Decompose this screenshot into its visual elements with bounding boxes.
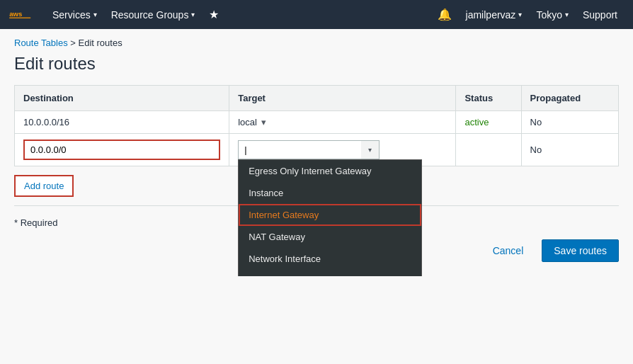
breadcrumb-parent-link[interactable]: Route Tables — [14, 38, 68, 48]
top-navigation: aws Services ▾ Resource Groups ▾ ★ 🔔 jam… — [0, 0, 633, 29]
destination-input[interactable] — [23, 140, 220, 160]
main-content: Destination Target Status Propagated 10.… — [0, 85, 633, 276]
dropdown-item-egress-only[interactable]: Egress Only Internet Gateway — [239, 160, 421, 182]
services-chevron-icon: ▾ — [93, 11, 97, 18]
cell-target: local ▾ — [229, 111, 456, 134]
target-input[interactable] — [238, 140, 380, 159]
edit-destination-cell — [15, 134, 229, 166]
col-header-status: Status — [456, 86, 521, 111]
support-menu[interactable]: Support — [576, 0, 625, 29]
edit-status-cell — [456, 134, 521, 166]
table-row: 10.0.0.0/16 local ▾ active No — [15, 111, 619, 134]
svg-text:aws: aws — [9, 9, 22, 17]
col-header-target: Target — [229, 86, 456, 111]
breadcrumb-separator: > — [70, 38, 76, 48]
support-label: Support — [583, 9, 617, 21]
routes-table: Destination Target Status Propagated 10.… — [14, 85, 619, 166]
dropdown-item-network-interface[interactable]: Network Interface — [239, 248, 421, 270]
target-dropdown-menu: Egress Only Internet Gateway Instance In… — [238, 159, 422, 276]
status-badge: active — [464, 117, 489, 127]
region-menu[interactable]: Tokyo ▾ — [529, 0, 576, 29]
dropdown-item-outpost-local-gateway[interactable]: Outpost Local Gateway — [239, 270, 421, 276]
breadcrumb-current: Edit routes — [79, 38, 122, 48]
table-header-row: Destination Target Status Propagated — [15, 86, 619, 111]
region-label: Tokyo — [536, 9, 562, 21]
dropdown-item-internet-gateway[interactable]: Internet Gateway — [239, 204, 421, 226]
aws-logo[interactable]: aws — [8, 5, 34, 25]
cancel-button[interactable]: Cancel — [483, 240, 534, 261]
target-dropdown-button[interactable]: ▾ — [361, 140, 380, 159]
page-title: Edit routes — [0, 51, 633, 85]
user-label: jamilpervaz — [466, 9, 516, 21]
edit-target-cell: ▾ Egress Only Internet Gateway Instance … — [229, 134, 456, 166]
cell-propagated: No — [521, 111, 618, 134]
services-label: Services — [52, 9, 91, 21]
edit-table-row: ▾ Egress Only Internet Gateway Instance … — [15, 134, 619, 166]
cell-destination: 10.0.0.0/16 — [15, 111, 229, 134]
breadcrumb: Route Tables > Edit routes — [0, 29, 633, 51]
user-menu[interactable]: jamilpervaz ▾ — [459, 0, 530, 29]
resource-groups-menu[interactable]: Resource Groups ▾ — [104, 0, 203, 29]
target-dropdown-icon: ▾ — [261, 117, 266, 127]
services-menu[interactable]: Services ▾ — [45, 0, 104, 29]
user-chevron-icon: ▾ — [518, 11, 522, 18]
cell-status: active — [456, 111, 521, 134]
add-route-button[interactable]: Add route — [14, 175, 74, 197]
target-dropdown-wrapper: ▾ Egress Only Internet Gateway Instance … — [238, 140, 380, 159]
resource-groups-label: Resource Groups — [111, 9, 189, 21]
edit-propagated-cell: No — [521, 134, 618, 166]
bell-icon[interactable]: 🔔 — [430, 8, 459, 21]
target-value: local — [238, 117, 257, 127]
resource-groups-chevron-icon: ▾ — [191, 11, 195, 18]
dropdown-item-instance[interactable]: Instance — [239, 182, 421, 204]
nav-right-section: 🔔 jamilpervaz ▾ Tokyo ▾ Support — [430, 0, 625, 29]
col-header-destination: Destination — [15, 86, 229, 111]
dropdown-item-nat-gateway[interactable]: NAT Gateway — [239, 226, 421, 248]
col-header-propagated: Propagated — [521, 86, 618, 111]
save-routes-button[interactable]: Save routes — [542, 239, 619, 262]
favorites-icon[interactable]: ★ — [202, 8, 226, 21]
region-chevron-icon: ▾ — [565, 11, 569, 18]
